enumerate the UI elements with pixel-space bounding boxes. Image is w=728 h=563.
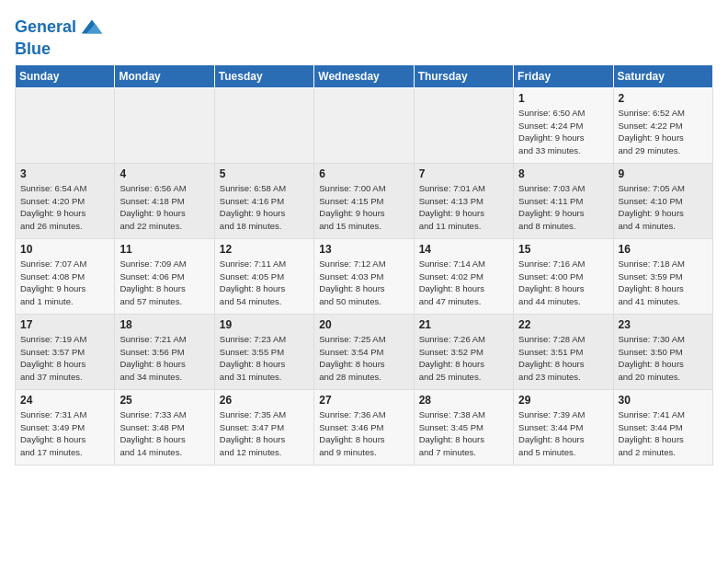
day-number: 30 bbox=[619, 394, 708, 407]
page: General Blue SundayMondayTuesdayWednesda… bbox=[0, 0, 728, 473]
week-row-5: 24Sunrise: 7:31 AM Sunset: 3:49 PM Dayli… bbox=[16, 389, 713, 465]
calendar-cell: 26Sunrise: 7:35 AM Sunset: 3:47 PM Dayli… bbox=[214, 389, 313, 465]
day-info: Sunrise: 7:01 AM Sunset: 4:13 PM Dayligh… bbox=[419, 182, 508, 233]
day-number: 13 bbox=[319, 243, 408, 256]
calendar-cell bbox=[16, 87, 115, 163]
header-row: SundayMondayTuesdayWednesdayThursdayFrid… bbox=[16, 64, 713, 87]
header-day-friday: Friday bbox=[514, 64, 613, 87]
day-info: Sunrise: 7:38 AM Sunset: 3:45 PM Dayligh… bbox=[419, 408, 508, 459]
calendar-cell: 15Sunrise: 7:16 AM Sunset: 4:00 PM Dayli… bbox=[514, 238, 613, 314]
day-info: Sunrise: 7:09 AM Sunset: 4:06 PM Dayligh… bbox=[119, 258, 209, 308]
day-number: 4 bbox=[119, 167, 209, 180]
calendar-cell bbox=[314, 87, 414, 163]
day-info: Sunrise: 7:33 AM Sunset: 3:48 PM Dayligh… bbox=[119, 408, 209, 459]
day-info: Sunrise: 6:56 AM Sunset: 4:18 PM Dayligh… bbox=[119, 182, 209, 233]
day-number: 14 bbox=[419, 243, 508, 256]
calendar-cell: 8Sunrise: 7:03 AM Sunset: 4:11 PM Daylig… bbox=[514, 163, 613, 238]
day-info: Sunrise: 7:03 AM Sunset: 4:11 PM Dayligh… bbox=[518, 182, 608, 233]
day-number: 22 bbox=[518, 318, 608, 331]
calendar-cell bbox=[414, 87, 513, 163]
day-info: Sunrise: 7:35 AM Sunset: 3:47 PM Dayligh… bbox=[220, 408, 309, 459]
day-number: 26 bbox=[220, 394, 309, 407]
day-info: Sunrise: 6:54 AM Sunset: 4:20 PM Dayligh… bbox=[20, 182, 109, 233]
calendar-body: 1Sunrise: 6:50 AM Sunset: 4:24 PM Daylig… bbox=[16, 87, 713, 465]
calendar-cell: 14Sunrise: 7:14 AM Sunset: 4:02 PM Dayli… bbox=[414, 238, 513, 314]
calendar-header: SundayMondayTuesdayWednesdayThursdayFrid… bbox=[16, 64, 713, 87]
day-info: Sunrise: 7:05 AM Sunset: 4:10 PM Dayligh… bbox=[619, 182, 708, 233]
day-number: 5 bbox=[220, 167, 309, 180]
week-row-4: 17Sunrise: 7:19 AM Sunset: 3:57 PM Dayli… bbox=[16, 314, 713, 389]
day-info: Sunrise: 7:12 AM Sunset: 4:03 PM Dayligh… bbox=[319, 258, 408, 308]
day-number: 28 bbox=[419, 394, 508, 407]
day-info: Sunrise: 7:36 AM Sunset: 3:46 PM Dayligh… bbox=[319, 408, 408, 459]
header-day-wednesday: Wednesday bbox=[314, 64, 414, 87]
day-number: 21 bbox=[419, 318, 508, 331]
day-info: Sunrise: 7:21 AM Sunset: 3:56 PM Dayligh… bbox=[119, 333, 209, 384]
logo-icon bbox=[78, 15, 104, 40]
day-number: 6 bbox=[319, 167, 408, 180]
day-number: 10 bbox=[20, 243, 109, 256]
day-info: Sunrise: 7:25 AM Sunset: 3:54 PM Dayligh… bbox=[319, 333, 408, 384]
day-info: Sunrise: 6:58 AM Sunset: 4:16 PM Dayligh… bbox=[220, 182, 309, 233]
calendar-cell: 5Sunrise: 6:58 AM Sunset: 4:16 PM Daylig… bbox=[214, 163, 313, 238]
day-number: 12 bbox=[220, 243, 309, 256]
calendar-cell: 1Sunrise: 6:50 AM Sunset: 4:24 PM Daylig… bbox=[514, 87, 613, 163]
day-number: 11 bbox=[119, 243, 209, 256]
header-day-thursday: Thursday bbox=[414, 64, 513, 87]
calendar-cell: 11Sunrise: 7:09 AM Sunset: 4:06 PM Dayli… bbox=[115, 238, 214, 314]
day-number: 8 bbox=[518, 167, 608, 180]
calendar-cell: 24Sunrise: 7:31 AM Sunset: 3:49 PM Dayli… bbox=[16, 389, 115, 465]
day-info: Sunrise: 7:39 AM Sunset: 3:44 PM Dayligh… bbox=[518, 408, 608, 459]
day-number: 1 bbox=[518, 92, 608, 105]
day-number: 9 bbox=[619, 167, 708, 180]
calendar-cell: 2Sunrise: 6:52 AM Sunset: 4:22 PM Daylig… bbox=[613, 87, 712, 163]
day-info: Sunrise: 7:31 AM Sunset: 3:49 PM Dayligh… bbox=[20, 408, 109, 459]
day-info: Sunrise: 7:19 AM Sunset: 3:57 PM Dayligh… bbox=[20, 333, 109, 384]
calendar-cell: 27Sunrise: 7:36 AM Sunset: 3:46 PM Dayli… bbox=[314, 389, 414, 465]
calendar-cell bbox=[115, 87, 214, 163]
calendar-cell: 25Sunrise: 7:33 AM Sunset: 3:48 PM Dayli… bbox=[115, 389, 214, 465]
week-row-3: 10Sunrise: 7:07 AM Sunset: 4:08 PM Dayli… bbox=[16, 238, 713, 314]
day-number: 27 bbox=[319, 394, 408, 407]
day-number: 3 bbox=[20, 167, 109, 180]
calendar-cell: 21Sunrise: 7:26 AM Sunset: 3:52 PM Dayli… bbox=[414, 314, 513, 389]
day-info: Sunrise: 7:16 AM Sunset: 4:00 PM Dayligh… bbox=[518, 258, 608, 308]
day-info: Sunrise: 7:14 AM Sunset: 4:02 PM Dayligh… bbox=[419, 258, 508, 308]
logo-text: General bbox=[15, 18, 76, 37]
day-number: 23 bbox=[619, 318, 708, 331]
day-info: Sunrise: 7:41 AM Sunset: 3:44 PM Dayligh… bbox=[619, 408, 708, 459]
calendar-cell: 16Sunrise: 7:18 AM Sunset: 3:59 PM Dayli… bbox=[613, 238, 712, 314]
calendar-cell: 23Sunrise: 7:30 AM Sunset: 3:50 PM Dayli… bbox=[613, 314, 712, 389]
day-number: 19 bbox=[220, 318, 309, 331]
calendar-cell: 9Sunrise: 7:05 AM Sunset: 4:10 PM Daylig… bbox=[613, 163, 712, 238]
day-info: Sunrise: 6:50 AM Sunset: 4:24 PM Dayligh… bbox=[518, 107, 608, 157]
day-info: Sunrise: 7:18 AM Sunset: 3:59 PM Dayligh… bbox=[619, 258, 708, 308]
day-number: 15 bbox=[518, 243, 608, 256]
calendar-cell: 10Sunrise: 7:07 AM Sunset: 4:08 PM Dayli… bbox=[16, 238, 115, 314]
day-number: 7 bbox=[419, 167, 508, 180]
calendar-cell: 28Sunrise: 7:38 AM Sunset: 3:45 PM Dayli… bbox=[414, 389, 513, 465]
week-row-2: 3Sunrise: 6:54 AM Sunset: 4:20 PM Daylig… bbox=[16, 163, 713, 238]
calendar-cell: 12Sunrise: 7:11 AM Sunset: 4:05 PM Dayli… bbox=[214, 238, 313, 314]
day-number: 24 bbox=[20, 394, 109, 407]
calendar-cell: 3Sunrise: 6:54 AM Sunset: 4:20 PM Daylig… bbox=[16, 163, 115, 238]
day-number: 18 bbox=[119, 318, 209, 331]
day-number: 17 bbox=[20, 318, 109, 331]
day-info: Sunrise: 7:23 AM Sunset: 3:55 PM Dayligh… bbox=[220, 333, 309, 384]
calendar-cell: 18Sunrise: 7:21 AM Sunset: 3:56 PM Dayli… bbox=[115, 314, 214, 389]
calendar-cell: 29Sunrise: 7:39 AM Sunset: 3:44 PM Dayli… bbox=[514, 389, 613, 465]
calendar-cell: 30Sunrise: 7:41 AM Sunset: 3:44 PM Dayli… bbox=[613, 389, 712, 465]
day-number: 20 bbox=[319, 318, 408, 331]
week-row-1: 1Sunrise: 6:50 AM Sunset: 4:24 PM Daylig… bbox=[16, 87, 713, 163]
day-info: Sunrise: 7:26 AM Sunset: 3:52 PM Dayligh… bbox=[419, 333, 508, 384]
day-info: Sunrise: 7:28 AM Sunset: 3:51 PM Dayligh… bbox=[518, 333, 608, 384]
header-day-tuesday: Tuesday bbox=[214, 64, 313, 87]
calendar-cell: 17Sunrise: 7:19 AM Sunset: 3:57 PM Dayli… bbox=[16, 314, 115, 389]
calendar-cell: 6Sunrise: 7:00 AM Sunset: 4:15 PM Daylig… bbox=[314, 163, 414, 238]
header: General Blue bbox=[15, 15, 713, 59]
logo-text2: Blue bbox=[15, 40, 104, 59]
calendar-cell: 20Sunrise: 7:25 AM Sunset: 3:54 PM Dayli… bbox=[314, 314, 414, 389]
header-day-saturday: Saturday bbox=[613, 64, 712, 87]
day-number: 29 bbox=[518, 394, 608, 407]
day-info: Sunrise: 7:00 AM Sunset: 4:15 PM Dayligh… bbox=[319, 182, 408, 233]
